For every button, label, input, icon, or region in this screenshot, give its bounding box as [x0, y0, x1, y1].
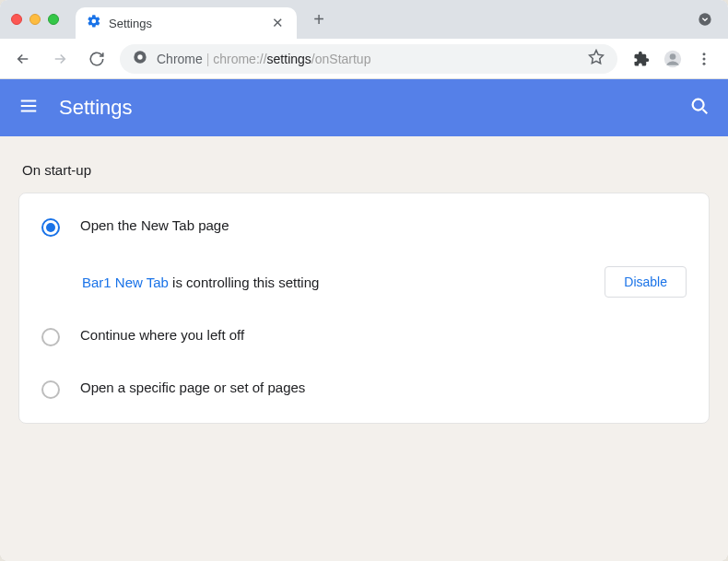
- profile-icon[interactable]: [663, 50, 682, 68]
- menu-icon[interactable]: [695, 50, 713, 68]
- chevron-down-icon[interactable]: [697, 11, 713, 28]
- option-continue[interactable]: Continue where you left off: [19, 310, 709, 363]
- disable-button[interactable]: Disable: [605, 266, 687, 298]
- reload-button[interactable]: [83, 45, 111, 73]
- option-label: Open a specific page or set of pages: [80, 380, 687, 395]
- address-bar[interactable]: Chrome | chrome://settings/onStartup: [120, 44, 617, 74]
- svg-point-0: [699, 13, 710, 25]
- url-text: Chrome | chrome://settings/onStartup: [157, 52, 579, 66]
- window-maximize-button[interactable]: [48, 14, 59, 25]
- browser-window: Settings ✕ + Chrome | chrome://settings/…: [0, 0, 728, 561]
- radio-unselected[interactable]: [41, 328, 60, 346]
- gear-icon: [87, 14, 101, 32]
- option-new-tab[interactable]: Open the New Tab page: [19, 201, 709, 253]
- svg-point-2: [137, 54, 142, 59]
- svg-point-5: [703, 53, 706, 55]
- toolbar-actions: [627, 50, 719, 68]
- svg-point-6: [703, 57, 706, 60]
- extension-control-notice: Bar1 New Tab is controlling this setting…: [19, 253, 709, 310]
- svg-point-4: [670, 53, 676, 60]
- controlled-text: Bar1 New Tab is controlling this setting: [82, 275, 590, 290]
- settings-header: Settings: [0, 79, 728, 136]
- window-minimize-button[interactable]: [29, 14, 41, 25]
- svg-point-7: [703, 62, 706, 64]
- star-icon[interactable]: [588, 49, 605, 68]
- settings-content: On start-up Open the New Tab page Bar1 N…: [0, 136, 728, 561]
- window-controls: [11, 14, 59, 25]
- option-specific-page[interactable]: Open a specific page or set of pages: [19, 363, 709, 415]
- toolbar: Chrome | chrome://settings/onStartup: [0, 39, 728, 79]
- close-icon[interactable]: ✕: [269, 15, 286, 31]
- section-title: On start-up: [0, 162, 728, 193]
- page-title: Settings: [59, 96, 669, 120]
- search-icon[interactable]: [689, 96, 710, 120]
- extensions-icon[interactable]: [632, 50, 651, 68]
- browser-tab[interactable]: Settings ✕: [76, 7, 297, 40]
- extension-link[interactable]: Bar1 New Tab: [82, 275, 169, 290]
- back-button[interactable]: [9, 45, 37, 73]
- tab-title: Settings: [109, 17, 262, 30]
- window-close-button[interactable]: [11, 14, 22, 25]
- new-tab-button[interactable]: +: [306, 6, 332, 32]
- menu-icon[interactable]: [18, 96, 39, 120]
- startup-options-card: Open the New Tab page Bar1 New Tab is co…: [18, 193, 710, 424]
- radio-unselected[interactable]: [41, 380, 60, 399]
- chrome-icon: [133, 50, 147, 67]
- forward-button[interactable]: [46, 45, 74, 73]
- option-label: Open the New Tab page: [80, 217, 687, 233]
- option-label: Continue where you left off: [80, 327, 687, 343]
- tab-bar: Settings ✕ +: [0, 0, 728, 39]
- svg-point-8: [693, 99, 704, 111]
- radio-selected[interactable]: [41, 218, 60, 237]
